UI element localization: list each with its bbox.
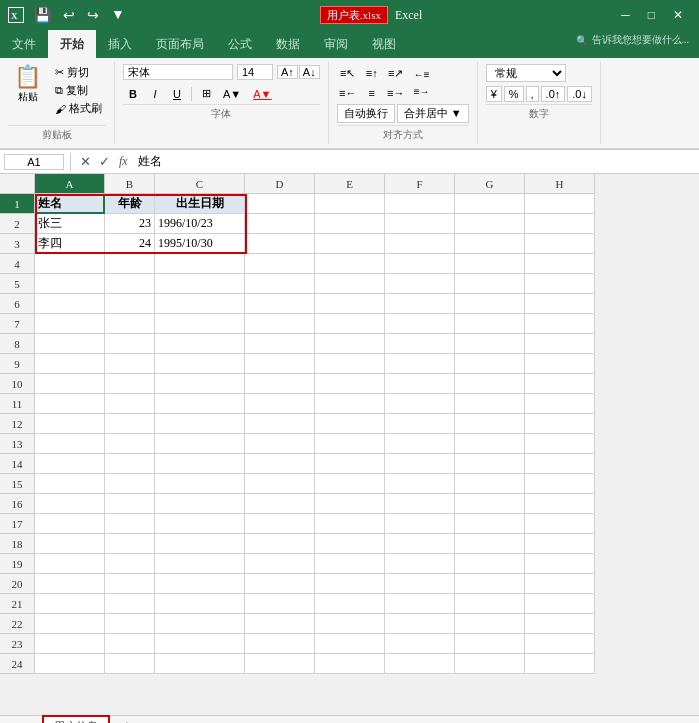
cell-G2[interactable]	[455, 214, 525, 234]
currency-btn[interactable]: ¥	[486, 86, 502, 102]
col-header-E[interactable]: E	[315, 174, 385, 194]
comma-btn[interactable]: ,	[526, 86, 539, 102]
cell-E1[interactable]	[315, 194, 385, 214]
paste-button[interactable]: 📋 粘贴	[8, 64, 47, 106]
align-top-right-btn[interactable]: ≡↗	[385, 64, 407, 82]
cell-D1[interactable]	[245, 194, 315, 214]
col-header-C[interactable]: C	[155, 174, 245, 194]
align-top-center-btn[interactable]: ≡↑	[361, 64, 383, 82]
clipboard-group: 📋 粘贴 ✂ 剪切 ⧉ 复制 🖌 格式刷	[0, 62, 115, 144]
format-painter-button[interactable]: 🖌 格式刷	[51, 100, 106, 117]
cell-E3[interactable]	[315, 234, 385, 254]
cut-icon: ✂	[55, 66, 64, 79]
cancel-formula-btn[interactable]: ✕	[77, 154, 94, 169]
cell-F2[interactable]	[385, 214, 455, 234]
col-header-F[interactable]: F	[385, 174, 455, 194]
tab-data[interactable]: 数据	[264, 30, 312, 58]
table-row: 11	[0, 394, 699, 414]
formula-input[interactable]	[134, 154, 695, 170]
row-header-2[interactable]: 2	[0, 214, 35, 234]
sheet-container: A B C D E F G H 1 姓名 年龄 出生日期	[0, 174, 699, 715]
number-format-select[interactable]: 常规 数字 货币 日期 文本	[486, 64, 566, 82]
table-row: 10	[0, 374, 699, 394]
close-btn[interactable]: ✕	[665, 6, 691, 25]
row-header-1[interactable]: 1	[0, 194, 35, 214]
qat-extra-btn[interactable]: ▼	[107, 5, 129, 25]
cell-A3[interactable]: 李四	[35, 234, 105, 254]
row-header-3[interactable]: 3	[0, 234, 35, 254]
cell-F3[interactable]	[385, 234, 455, 254]
decimal-increase-btn[interactable]: .0↑	[541, 86, 566, 102]
merge-center-button[interactable]: 合并居中 ▼	[397, 104, 469, 123]
cell-B1[interactable]: 年龄	[105, 194, 155, 214]
cell-C3[interactable]: 1995/10/30	[155, 234, 245, 254]
indent-decrease-btn[interactable]: ←≡	[409, 67, 435, 82]
tab-formula[interactable]: 公式	[216, 30, 264, 58]
sheet-tab-user-info[interactable]: 用户信息	[42, 715, 110, 723]
cut-button[interactable]: ✂ 剪切	[51, 64, 106, 81]
confirm-formula-btn[interactable]: ✓	[96, 154, 113, 169]
align-mid-center-btn[interactable]: ≡	[361, 84, 383, 102]
cell-A2[interactable]: 张三	[35, 214, 105, 234]
italic-button[interactable]: I	[145, 86, 165, 102]
table-row: 12	[0, 414, 699, 434]
ribbon: 文件 开始 插入 页面布局 公式 数据 审阅 视图 🔍 告诉我您想要做什么...…	[0, 30, 699, 150]
table-row: 8	[0, 334, 699, 354]
border-button[interactable]: ⊞	[196, 85, 216, 102]
wrap-text-button[interactable]: 自动换行	[337, 104, 395, 123]
fill-color-button[interactable]: A▼	[218, 86, 246, 102]
decimal-decrease-btn[interactable]: .0↓	[567, 86, 592, 102]
title-bar: X 💾 ↩ ↪ ▼ 用户表.xlsx Excel ─ □ ✕	[0, 0, 699, 30]
redo-qat-btn[interactable]: ↪	[83, 5, 103, 26]
cell-F1[interactable]	[385, 194, 455, 214]
add-sheet-btn[interactable]: ＋	[112, 715, 142, 723]
cell-G3[interactable]	[455, 234, 525, 254]
cell-G1[interactable]	[455, 194, 525, 214]
tab-view[interactable]: 视图	[360, 30, 408, 58]
font-size-input[interactable]	[237, 64, 273, 80]
bold-button[interactable]: B	[123, 86, 143, 102]
cell-B3[interactable]: 24	[105, 234, 155, 254]
align-mid-right-btn[interactable]: ≡→	[385, 84, 407, 102]
col-header-H[interactable]: H	[525, 174, 595, 194]
cell-H3[interactable]	[525, 234, 595, 254]
col-header-B[interactable]: B	[105, 174, 155, 194]
copy-button[interactable]: ⧉ 复制	[51, 82, 106, 99]
font-size-decrease-btn[interactable]: A↓	[299, 65, 320, 79]
table-row: 4	[0, 254, 699, 274]
table-row: 3 李四 24 1995/10/30	[0, 234, 699, 254]
indent-increase-btn[interactable]: ≡→	[409, 84, 435, 99]
cell-reference[interactable]	[4, 154, 64, 170]
font-name-input[interactable]	[123, 64, 233, 80]
app-icon: X	[8, 7, 24, 23]
tab-review[interactable]: 审阅	[312, 30, 360, 58]
cell-H2[interactable]	[525, 214, 595, 234]
maximize-btn[interactable]: □	[640, 6, 663, 25]
align-top-left-btn[interactable]: ≡↖	[337, 64, 359, 82]
undo-qat-btn[interactable]: ↩	[59, 5, 79, 26]
percent-btn[interactable]: %	[504, 86, 524, 102]
tab-page-layout[interactable]: 页面布局	[144, 30, 216, 58]
col-header-D[interactable]: D	[245, 174, 315, 194]
font-size-increase-btn[interactable]: A↑	[277, 65, 298, 79]
tab-file[interactable]: 文件	[0, 30, 48, 58]
cell-C2[interactable]: 1996/10/23	[155, 214, 245, 234]
cell-B2[interactable]: 23	[105, 214, 155, 234]
align-mid-left-btn[interactable]: ≡←	[337, 84, 359, 102]
tab-home[interactable]: 开始	[48, 30, 96, 58]
underline-button[interactable]: U	[167, 86, 187, 102]
cell-E2[interactable]	[315, 214, 385, 234]
tab-insert[interactable]: 插入	[96, 30, 144, 58]
cell-C1[interactable]: 出生日期	[155, 194, 245, 214]
search-box[interactable]: 🔍 告诉我您想要做什么...	[570, 30, 696, 50]
cell-A1[interactable]: 姓名	[35, 194, 105, 214]
col-header-G[interactable]: G	[455, 174, 525, 194]
font-color-button[interactable]: A▼	[248, 86, 276, 102]
minimize-btn[interactable]: ─	[613, 6, 638, 25]
cell-D3[interactable]	[245, 234, 315, 254]
svg-text:X: X	[11, 11, 18, 21]
save-qat-btn[interactable]: 💾	[30, 5, 55, 26]
col-header-A[interactable]: A	[35, 174, 105, 194]
cell-H1[interactable]	[525, 194, 595, 214]
cell-D2[interactable]	[245, 214, 315, 234]
